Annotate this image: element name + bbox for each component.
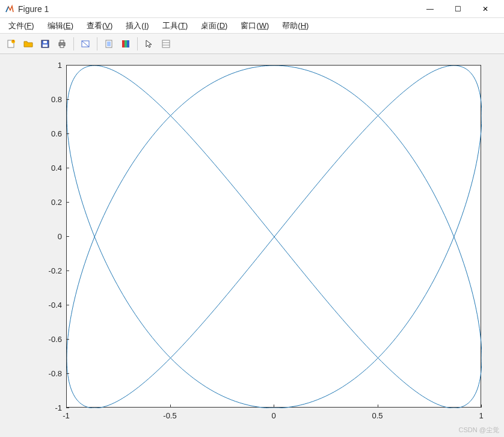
series-lissajous [67,66,482,408]
menu-help-mnemonic: H [301,21,306,30]
ytick-label: -0.6 [39,335,62,344]
menu-view[interactable]: 查看(V) [84,19,115,32]
colorbar-button[interactable] [118,36,134,52]
ytick-mark [66,133,69,134]
ytick-mark [66,305,69,305]
xtick-label: 0.5 [372,411,383,420]
svg-rect-15 [162,40,170,47]
xtick-label: -1 [63,411,70,420]
ytick-label: 1 [39,61,62,70]
svg-rect-7 [60,40,64,43]
menu-help-label: 帮助 [282,21,298,30]
open-folder-icon [23,39,33,49]
new-file-icon: * [7,39,16,49]
inspect-button[interactable] [158,36,174,52]
link-icon [81,39,90,49]
xtick-mark [170,405,171,408]
axes[interactable] [66,65,481,408]
titlebar: Figure 1 — ☐ ✕ [0,0,504,18]
ytick-label: 0 [39,232,62,241]
xtick-mark [481,405,482,408]
menu-window[interactable]: 窗口(W) [238,19,271,32]
brush-icon [104,39,114,49]
ytick-mark [66,236,69,237]
cursor-icon [144,39,154,49]
menu-desktop-mnemonic: D [220,21,225,30]
menu-window-label: 窗口 [241,21,256,30]
ytick-label: -0.4 [39,301,62,310]
ytick-label: 0.2 [39,198,62,207]
ytick-label: -1 [39,403,62,412]
save-button[interactable] [37,36,53,52]
menu-window-mnemonic: W [259,21,266,30]
minimize-button[interactable]: — [416,0,444,18]
menubar: 文件(F) 编辑(E) 查看(V) 插入(I) 工具(T) 桌面(D) 窗口(W… [0,18,504,34]
maximize-icon: ☐ [455,5,461,13]
menu-file[interactable]: 文件(F) [6,19,37,32]
menu-edit-mnemonic: E [66,21,71,30]
menu-view-mnemonic: V [105,21,110,30]
ytick-mark [66,270,69,271]
new-figure-button[interactable]: * [4,36,19,52]
open-button[interactable] [20,36,36,52]
menu-tools-mnemonic: T [180,21,185,30]
svg-rect-4 [43,44,48,47]
svg-rect-13 [124,40,127,47]
toolbar-separator-1 [73,37,74,50]
matlab-icon [5,4,14,14]
ytick-mark [66,99,69,100]
ytick-label: 0.6 [39,129,62,138]
toolbar-separator-3 [137,37,138,50]
ytick-mark [66,168,69,168]
toolbar: * [0,34,504,54]
ytick-label: 0.8 [39,95,62,104]
figure-area: -1-0.8-0.6-0.4-0.200.20.40.60.81-1-0.500… [0,54,504,437]
ytick-mark [66,408,69,408]
xtick-label: 1 [479,411,483,420]
svg-rect-11 [107,41,111,46]
plot-canvas [67,66,482,408]
maximize-button[interactable]: ☐ [444,0,472,18]
svg-rect-14 [127,40,129,47]
xtick-mark [378,405,378,408]
menu-edit-label: 编辑 [48,21,63,30]
menu-view-label: 查看 [87,21,102,30]
watermark: CSDN @尘觉 [459,426,499,435]
close-button[interactable]: ✕ [472,0,499,18]
close-icon: ✕ [482,5,488,13]
menu-desktop-label: 桌面 [201,21,217,30]
svg-rect-12 [122,40,124,47]
print-icon [57,39,67,49]
cursor-button[interactable] [141,36,157,52]
menu-insert-label: 插入 [126,21,141,30]
ytick-label: 0.4 [39,163,62,173]
minimize-icon: — [426,5,434,13]
svg-rect-8 [60,45,64,47]
ytick-mark [66,202,69,203]
link-button[interactable] [78,36,93,52]
xtick-label: -0.5 [163,411,176,420]
ytick-mark [66,339,69,340]
menu-desktop[interactable]: 桌面(D) [198,19,230,32]
xtick-label: 0 [271,411,275,420]
menu-insert[interactable]: 插入(I) [123,19,151,32]
menu-tools[interactable]: 工具(T) [160,19,191,32]
ytick-mark [66,373,69,374]
menu-insert-mnemonic: I [144,21,147,30]
svg-rect-5 [43,41,47,43]
colorbar-icon [121,39,131,49]
brush-button[interactable] [101,36,117,52]
save-disk-icon [40,39,50,49]
ytick-mark [66,65,69,66]
ytick-label: -0.8 [39,369,62,378]
menu-help[interactable]: 帮助(H) [280,19,311,32]
menu-file-mnemonic: F [26,21,31,30]
window-title: Figure 1 [18,4,416,14]
xtick-mark [274,405,274,408]
print-button[interactable] [54,36,70,52]
menu-edit[interactable]: 编辑(E) [45,19,76,32]
xtick-mark [66,405,67,408]
inspect-icon [161,39,171,49]
toolbar-separator-2 [97,37,97,50]
menu-file-label: 文件 [8,21,24,30]
